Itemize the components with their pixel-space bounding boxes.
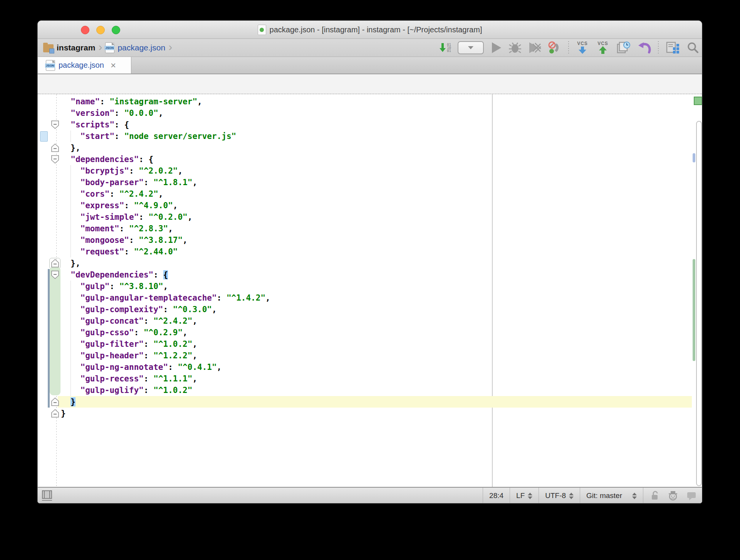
- stripe-mark-modified[interactable]: [693, 153, 695, 162]
- vcs-update-icon[interactable]: VCS: [576, 40, 589, 55]
- encoding: UTF-8: [545, 491, 566, 500]
- json-file-icon: JSON: [105, 42, 114, 53]
- file-doc-icon: [258, 25, 266, 35]
- code-line-12[interactable]: "jwt-simple": "^0.2.0",: [61, 211, 192, 223]
- code-line-24[interactable]: "gulp-header": "^1.2.2",: [61, 350, 197, 361]
- fold-marker-end-line-16[interactable]: [51, 259, 59, 268]
- json-punctuation: :: [119, 224, 129, 233]
- code-line-7[interactable]: "dependencies": {: [61, 154, 153, 165]
- code-line-14[interactable]: "mongoose": "^3.8.17",: [61, 234, 188, 246]
- fold-marker-start-line-17[interactable]: [51, 270, 59, 279]
- json-punctuation: [61, 189, 81, 199]
- undo-icon[interactable]: [638, 40, 651, 55]
- svg-text:VCS: VCS: [597, 41, 608, 46]
- code-line-18[interactable]: "gulp": "^3.8.10",: [61, 281, 168, 292]
- stripe-mark-added[interactable]: [693, 259, 695, 361]
- json-punctuation: [61, 212, 81, 222]
- json-punctuation: :: [124, 201, 134, 210]
- run-config-dropdown[interactable]: [458, 41, 484, 54]
- json-punctuation: },: [61, 259, 81, 268]
- editor-top-strip: [38, 74, 702, 94]
- json-punctuation: :: [144, 178, 153, 187]
- vertical-scrollbar-thumb[interactable]: [696, 121, 702, 486]
- json-string: "^1.1.1": [153, 374, 192, 383]
- code-line-6[interactable]: },: [61, 142, 81, 154]
- json-punctuation: [61, 282, 81, 291]
- json-punctuation: [61, 132, 81, 141]
- code-line-25[interactable]: "gulp-ng-annotate": "^0.4.1",: [61, 361, 221, 373]
- close-tab-icon[interactable]: ×: [111, 62, 116, 69]
- caret-position-widget[interactable]: 28:4: [483, 488, 510, 503]
- json-string: "^0.2.0": [149, 212, 188, 222]
- attach-debugger-icon[interactable]: [548, 40, 562, 55]
- coverage-icon[interactable]: [528, 40, 541, 55]
- vcs-commit-icon[interactable]: VCS: [596, 40, 610, 55]
- code-line-3[interactable]: "version": "0.0.0",: [61, 107, 163, 119]
- code-line-13[interactable]: "moment": "^2.8.3",: [61, 223, 173, 234]
- hector-widget[interactable]: [663, 488, 683, 503]
- code-line-26[interactable]: "gulp-recess": "^1.1.1",: [61, 373, 197, 384]
- fold-marker-end-line-29[interactable]: [51, 409, 59, 418]
- inspection-status-indicator[interactable]: [694, 97, 702, 105]
- json-punctuation: [61, 178, 81, 187]
- code-line-29[interactable]: }: [61, 408, 66, 419]
- code-line-11[interactable]: "express": "^4.9.0",: [61, 200, 178, 211]
- json-key: "gulp-header": [81, 351, 144, 360]
- code-line-20[interactable]: "gulp-complexity": "^0.3.0",: [61, 304, 217, 315]
- tab-package-json[interactable]: JSON package.json ×: [38, 57, 131, 74]
- json-punctuation: :: [109, 282, 119, 291]
- line-separator-widget[interactable]: LF: [510, 488, 539, 503]
- json-punctuation: [61, 270, 70, 279]
- json-punctuation: ,: [173, 201, 178, 210]
- vcs-added-marker[interactable]: [50, 267, 60, 395]
- fold-marker-end-line-28[interactable]: [51, 397, 59, 406]
- code-line-28[interactable]: }: [61, 396, 76, 408]
- code-line-8[interactable]: "bcryptjs": "^2.0.2",: [61, 165, 183, 177]
- updown-arrows-icon: [569, 493, 574, 499]
- debug-icon[interactable]: [508, 40, 522, 55]
- breadcrumb-file[interactable]: package.json: [117, 43, 165, 52]
- code-line-22[interactable]: "gulp-csso": "^0.2.9",: [61, 327, 188, 338]
- encoding-widget[interactable]: UTF-8: [539, 488, 580, 503]
- navigation-bar: instagram › JSON package.json › 011001: [38, 39, 702, 57]
- code-line-9[interactable]: "body-parser": "^1.8.1",: [61, 177, 197, 188]
- code-line-10[interactable]: "cors": "^2.4.2",: [61, 188, 163, 200]
- code-line-27[interactable]: "gulp-uglify": "^1.0.2": [61, 384, 192, 396]
- json-punctuation: :: [153, 270, 163, 279]
- json-key: "express": [81, 201, 124, 210]
- code-line-23[interactable]: "gulp-filter": "^1.0.2",: [61, 338, 197, 350]
- json-punctuation: ,: [212, 305, 217, 314]
- chevron-right-icon: ›: [98, 43, 102, 51]
- git-branch-widget[interactable]: Git: master: [580, 488, 643, 503]
- fold-marker-end-line-6[interactable]: [51, 143, 59, 152]
- vcs-modified-marker[interactable]: [40, 131, 48, 142]
- json-file-icon: JSON: [46, 60, 55, 71]
- json-punctuation: }: [61, 409, 66, 418]
- code-line-2[interactable]: "name": "instagram-server",: [61, 96, 202, 107]
- fold-marker-start-line-7[interactable]: [51, 155, 59, 164]
- json-string: "^0.3.0": [173, 305, 212, 314]
- local-history-icon[interactable]: [616, 40, 631, 55]
- code-line-21[interactable]: "gulp-concat": "^2.4.2",: [61, 315, 197, 327]
- event-log-widget[interactable]: [683, 488, 702, 503]
- window-titlebar[interactable]: package.json - [instagram] - instagram -…: [38, 21, 702, 39]
- code-line-19[interactable]: "gulp-angular-templatecache": "^1.4.2",: [61, 292, 270, 304]
- code-line-17[interactable]: "devDependencies": {: [61, 269, 168, 281]
- code-line-16[interactable]: },: [61, 257, 81, 269]
- code-line-5[interactable]: "start": "node server/server.js": [61, 130, 236, 142]
- sync-icon[interactable]: 011001: [439, 40, 451, 55]
- json-punctuation: :: [144, 386, 153, 395]
- code-line-15[interactable]: "request": "^2.44.0": [61, 246, 178, 257]
- code-line-4[interactable]: "scripts": {: [61, 119, 129, 130]
- fold-marker-start-line-4[interactable]: [51, 120, 59, 129]
- ide-layout-icon[interactable]: [665, 40, 680, 55]
- status-bar: 28:4 LF UTF-8 Git: master: [38, 487, 702, 503]
- lock-widget[interactable]: [643, 488, 663, 503]
- editor-area[interactable]: "name": "instagram-server", "version": "…: [38, 74, 702, 487]
- json-string: "^1.8.1": [153, 178, 192, 187]
- tool-window-toggle[interactable]: [42, 490, 53, 500]
- run-icon[interactable]: [490, 40, 502, 55]
- breadcrumb-project[interactable]: instagram: [57, 43, 95, 52]
- json-punctuation: ,: [158, 189, 163, 199]
- search-icon[interactable]: [686, 40, 699, 55]
